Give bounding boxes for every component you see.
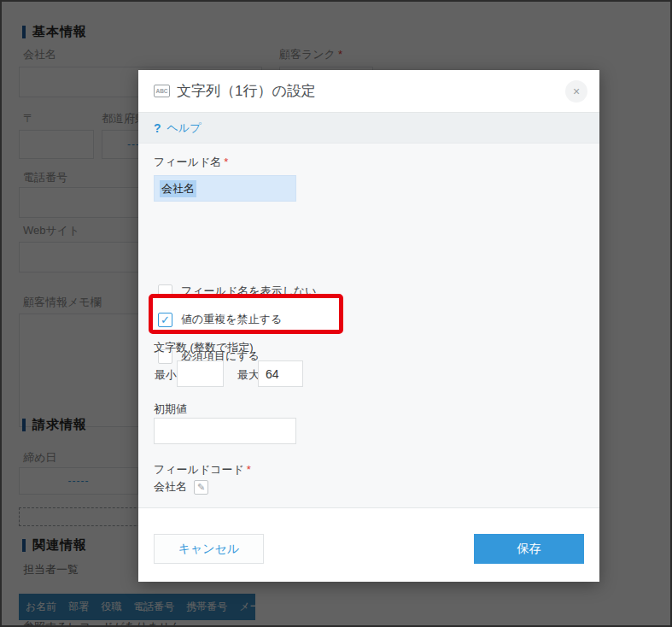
close-icon[interactable]: ×: [565, 80, 587, 103]
help-bar: ? ヘルプ: [138, 113, 599, 144]
text-field-type-icon: ABC: [154, 85, 170, 97]
screenshot-frame: 基本情報 会社名 顧客ランク* 〒 都道府県 ----- 電話番号 Webサイト…: [0, 0, 672, 627]
char-count-label: 文字数 (整数で指定): [154, 340, 254, 355]
field-code-row: 会社名 ✎: [154, 479, 208, 495]
help-link[interactable]: ヘルプ: [167, 120, 202, 136]
checkbox-checked[interactable]: ✓: [158, 313, 172, 327]
help-question-icon: ?: [154, 121, 161, 135]
edit-pencil-icon[interactable]: ✎: [194, 480, 208, 495]
required-mark: *: [247, 463, 251, 476]
field-settings-dialog: ABC 文字列（1行）の設定 × ? ヘルプ フィールド名* 会社名 フィールド…: [138, 70, 599, 582]
default-value-label: 初期値: [154, 401, 187, 417]
dialog-footer: キャンセル 保存: [138, 507, 599, 582]
max-label: 最大: [237, 367, 260, 383]
dialog-title: 文字列（1行）の設定: [177, 81, 316, 101]
field-code-value: 会社名: [154, 479, 187, 495]
selected-text: 会社名: [160, 180, 196, 197]
cancel-button[interactable]: キャンセル: [154, 534, 264, 564]
check-icon: ✓: [161, 314, 170, 325]
field-code-label: フィールドコード*: [154, 462, 251, 478]
max-input[interactable]: [258, 360, 303, 387]
default-value-input[interactable]: [154, 418, 296, 444]
field-name-input[interactable]: 会社名: [154, 175, 296, 202]
dialog-header: ABC 文字列（1行）の設定 ×: [138, 70, 599, 113]
checkbox-row-prohibit-duplicates[interactable]: ✓ 値の重複を禁止する: [158, 312, 282, 327]
required-mark: *: [224, 155, 228, 168]
min-label: 最小: [155, 367, 177, 383]
field-name-label: フィールド名*: [154, 155, 228, 170]
save-button[interactable]: 保存: [474, 534, 584, 564]
min-input[interactable]: [177, 360, 224, 387]
